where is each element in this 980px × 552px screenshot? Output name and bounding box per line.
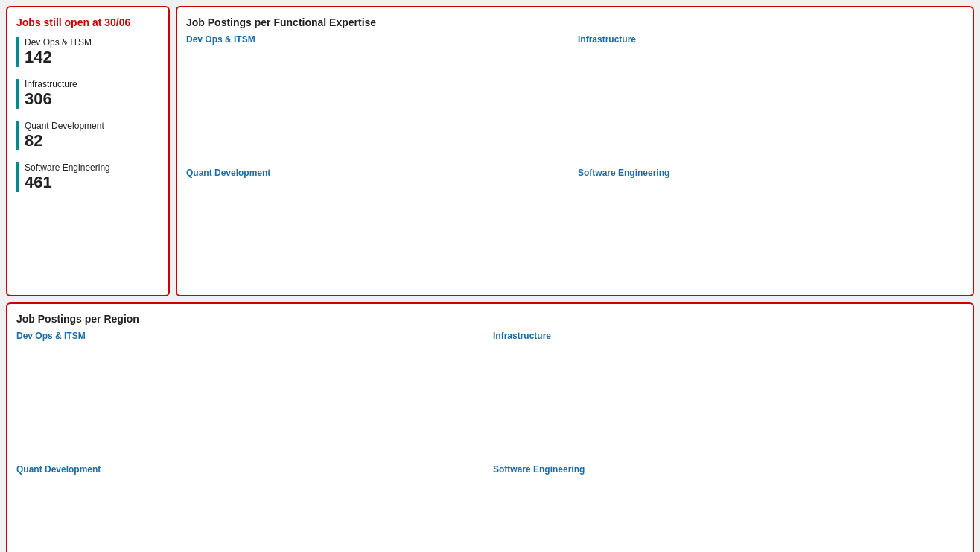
svg-text:2021: 2021 — [468, 267, 483, 274]
svg-rect-14 — [342, 104, 372, 124]
svg-text:2021: 2021 — [741, 131, 756, 139]
svg-text:12: 12 — [99, 379, 108, 387]
svg-text:350: 350 — [444, 446, 455, 454]
svg-text:100: 100 — [659, 448, 670, 456]
svg-rect-6 — [223, 112, 253, 124]
svg-text:2021: 2021 — [409, 129, 424, 136]
svg-text:21: 21 — [293, 246, 302, 254]
svg-rect-104 — [734, 211, 763, 264]
svg-text:April: April — [410, 138, 423, 145]
svg-text:33: 33 — [293, 105, 302, 113]
bottom-panel-title: Job Postings per Region — [16, 313, 964, 325]
svg-text:January: January — [618, 278, 643, 285]
svg-text:33: 33 — [412, 105, 421, 113]
svg-text:68: 68 — [158, 403, 167, 411]
devops-region-chart: 050100150200250300350Asia44Australia & N… — [16, 344, 487, 463]
svg-rect-196 — [83, 515, 89, 527]
svg-text:44: 44 — [133, 356, 141, 364]
software-region-chart: 050100150200250300350Asia98Australia & N… — [493, 482, 964, 552]
svg-text:2021: 2021 — [623, 269, 637, 276]
svg-text:102: 102 — [683, 223, 696, 231]
svg-text:2021: 2021 — [409, 267, 424, 274]
stat-label: Infrastructure — [25, 79, 159, 89]
devops-region-title: Dev Ops & ITSM — [16, 331, 487, 341]
svg-rect-70 — [283, 256, 313, 262]
svg-text:March: March — [739, 140, 758, 147]
svg-text:June: June — [527, 138, 542, 145]
svg-text:200: 200 — [585, 60, 597, 69]
svg-text:200: 200 — [193, 198, 206, 206]
svg-text:15: 15 — [234, 248, 243, 256]
svg-text:April: April — [801, 140, 815, 147]
svg-text:2021: 2021 — [801, 131, 815, 139]
software-region-section: Software Engineering 0501001502002503003… — [493, 469, 964, 552]
software-bar-chart: 0100200912021January1022021February17220… — [578, 185, 964, 304]
svg-text:2021: 2021 — [681, 131, 696, 139]
svg-rect-48 — [793, 104, 823, 127]
svg-text:44: 44 — [609, 518, 618, 526]
svg-text:May: May — [861, 140, 874, 147]
quant-region-chart: 050100150200250300350Asia23Australia & N… — [16, 482, 487, 552]
svg-text:Europe: Europe — [533, 542, 558, 551]
svg-rect-86 — [520, 257, 550, 262]
svg-rect-40 — [675, 101, 704, 127]
svg-text:2021: 2021 — [919, 269, 934, 276]
infra-region-title: Infrastructure — [493, 331, 964, 341]
svg-text:17: 17 — [531, 247, 540, 256]
stat-label: Dev Ops & ITSM — [25, 37, 159, 48]
svg-text:45: 45 — [133, 541, 142, 549]
svg-text:March: March — [348, 138, 366, 145]
svg-text:150: 150 — [711, 448, 722, 456]
stat-value: 142 — [25, 48, 159, 67]
software-region-title: Software Engineering — [493, 469, 964, 479]
quant-bar-chart: 0100200152021January212021February302021… — [186, 185, 572, 304]
svg-text:23: 23 — [110, 494, 119, 502]
quant-region-title: Quant Development — [16, 469, 487, 479]
svg-text:250: 250 — [340, 446, 351, 454]
svg-rect-22 — [461, 112, 491, 124]
svg-text:0: 0 — [201, 121, 206, 129]
svg-rect-56 — [911, 103, 941, 127]
svg-text:14: 14 — [471, 248, 480, 256]
svg-text:31: 31 — [412, 243, 421, 251]
svg-text:May: May — [469, 276, 483, 283]
dashboard: Jobs still open at 30/06 Dev Ops & ITSM1… — [0, 0, 980, 552]
svg-text:2021: 2021 — [468, 129, 483, 136]
infra-top-chart-title: Infrastructure — [578, 34, 964, 45]
svg-text:0: 0 — [201, 258, 206, 267]
quant-chart-section: Quant Development 0100200152021January21… — [186, 172, 572, 304]
svg-rect-96 — [615, 236, 645, 264]
svg-text:109: 109 — [801, 221, 814, 229]
stat-value: 461 — [25, 173, 159, 192]
svg-rect-44 — [734, 98, 763, 127]
svg-rect-174 — [560, 425, 815, 439]
svg-text:2021: 2021 — [859, 131, 874, 139]
svg-text:June: June — [919, 278, 934, 285]
svg-rect-36 — [615, 112, 645, 127]
svg-text:2021: 2021 — [527, 129, 542, 136]
svg-text:Australia & NZ: Australia & NZ — [509, 518, 557, 526]
stat-item: Infrastructure306 — [16, 79, 159, 109]
svg-text:Europe: Europe — [57, 541, 81, 549]
svg-text:66: 66 — [632, 356, 641, 364]
svg-rect-171 — [560, 402, 699, 415]
top-charts-panel: Job Postings per Functional Expertise De… — [176, 6, 974, 296]
svg-text:Australia & NZ: Australia & NZ — [33, 379, 80, 387]
stat-item: Software Engineering461 — [16, 162, 159, 192]
stat-value: 82 — [25, 131, 159, 150]
top-charts-grid: Dev Ops & ITSM 0100200422021January33202… — [186, 34, 964, 286]
svg-rect-137 — [83, 353, 130, 366]
svg-text:March: March — [348, 276, 366, 283]
svg-text:2021: 2021 — [349, 129, 364, 136]
svg-rect-52 — [853, 95, 882, 127]
svg-text:February: February — [284, 138, 311, 145]
svg-text:92: 92 — [745, 88, 754, 96]
svg-text:99: 99 — [863, 86, 872, 94]
svg-text:300: 300 — [392, 446, 403, 454]
svg-text:96: 96 — [923, 225, 932, 233]
svg-text:100: 100 — [193, 91, 206, 99]
infra-top-chart-section: Infrastructure 0100200462021January84202… — [578, 34, 964, 166]
left-stats-panel: Jobs still open at 30/06 Dev Ops & ITSM1… — [6, 6, 170, 296]
top-row: Jobs still open at 30/06 Dev Ops & ITSM1… — [6, 6, 974, 296]
svg-text:January: January — [226, 276, 251, 283]
